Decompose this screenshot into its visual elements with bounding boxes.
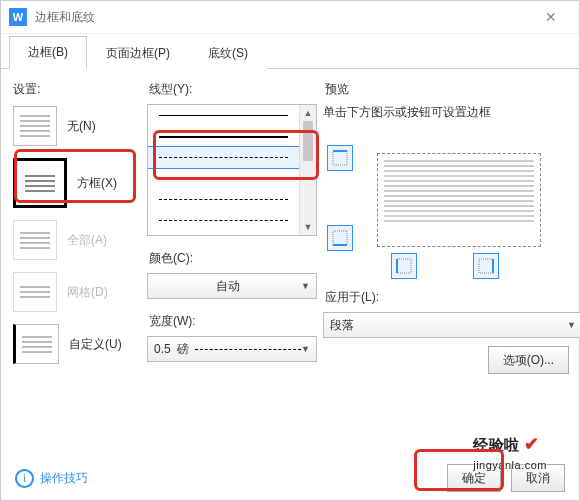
tab-shading[interactable]: 底纹(S) (189, 37, 267, 69)
svg-rect-4 (397, 259, 411, 273)
scroll-up-icon[interactable]: ▲ (300, 105, 316, 121)
info-icon: i (15, 469, 34, 488)
line-solid[interactable] (148, 105, 299, 126)
close-icon[interactable]: ✕ (531, 9, 571, 25)
line-long-dash[interactable] (148, 210, 299, 231)
setting-none-icon (13, 106, 57, 146)
setting-all-icon (13, 220, 57, 260)
window-title: 边框和底纹 (35, 9, 531, 26)
setting-all[interactable]: 全部(A) (13, 220, 139, 260)
dialog-body: 设置: 无(N) 方框(X) (1, 69, 579, 456)
setting-none-label: 无(N) (67, 118, 96, 135)
preview-right-border-button[interactable] (473, 253, 499, 279)
line-type-list: ▲ ▼ (147, 104, 317, 236)
setting-custom-icon (13, 324, 59, 364)
color-label: 颜色(C): (149, 250, 317, 267)
dialog-window: W 边框和底纹 ✕ 边框(B) 页面边框(P) 底纹(S) 设置: 无(N) (0, 0, 580, 501)
preview-paragraph[interactable] (377, 153, 541, 247)
tab-page-border[interactable]: 页面边框(P) (87, 37, 189, 69)
help-link[interactable]: i 操作技巧 (15, 469, 88, 488)
preview-top-border-button[interactable] (327, 145, 353, 171)
setting-box[interactable]: 方框(X) (13, 158, 139, 208)
line-type-scrollbar[interactable]: ▲ ▼ (299, 105, 316, 235)
settings-list: 无(N) 方框(X) 全部(A) (11, 104, 141, 366)
options-button[interactable]: 选项(O)... (488, 346, 569, 374)
width-unit: 磅 (177, 341, 189, 358)
ok-button[interactable]: 确定 (447, 464, 501, 492)
apply-to-value: 段落 (330, 317, 354, 334)
apply-to-label: 应用于(L): (325, 289, 569, 306)
line-dash[interactable] (148, 189, 299, 210)
setting-grid-label: 网格(D) (67, 284, 108, 301)
line-dotted[interactable] (148, 168, 299, 189)
preview-left-border-button[interactable] (391, 253, 417, 279)
line-type-options (148, 105, 299, 235)
setting-grid[interactable]: 网格(D) (13, 272, 139, 312)
setting-custom[interactable]: 自定义(U) (13, 324, 139, 364)
right-column: 预览 单击下方图示或按钮可设置边框 应用于(L): (323, 79, 569, 452)
setting-box-icon (13, 158, 67, 208)
preview-label: 预览 (325, 81, 569, 98)
color-select[interactable]: 自动 ▼ (147, 273, 317, 299)
chevron-down-icon: ▼ (301, 281, 310, 291)
width-preview-line (195, 349, 301, 350)
apply-to-select[interactable]: 段落 ▼ (323, 312, 580, 338)
line-type-label: 线型(Y): (149, 81, 317, 98)
preview-area (323, 131, 569, 271)
color-value: 自动 (154, 278, 301, 295)
line-thick[interactable] (148, 126, 299, 147)
cancel-button[interactable]: 取消 (511, 464, 565, 492)
title-bar: W 边框和底纹 ✕ (1, 1, 579, 34)
settings-column: 设置: 无(N) 方框(X) (11, 79, 141, 452)
app-icon: W (9, 8, 27, 26)
svg-rect-0 (333, 151, 347, 165)
setting-all-label: 全部(A) (67, 232, 107, 249)
line-fine-dash[interactable] (148, 147, 299, 168)
preview-hint: 单击下方图示或按钮可设置边框 (323, 104, 569, 121)
svg-rect-2 (333, 231, 347, 245)
settings-label: 设置: (13, 81, 141, 98)
preview-bottom-border-button[interactable] (327, 225, 353, 251)
middle-column: 线型(Y): ▲ ▼ 颜色(C): 自动 (147, 79, 317, 452)
tab-bar: 边框(B) 页面边框(P) 底纹(S) (1, 34, 579, 69)
svg-rect-6 (479, 259, 493, 273)
chevron-down-icon: ▼ (301, 344, 310, 354)
width-label: 宽度(W): (149, 313, 317, 330)
setting-custom-label: 自定义(U) (69, 336, 122, 353)
tab-border[interactable]: 边框(B) (9, 36, 87, 69)
chevron-down-icon: ▼ (567, 320, 576, 330)
setting-none[interactable]: 无(N) (13, 106, 139, 146)
help-link-label: 操作技巧 (40, 470, 88, 487)
scroll-down-icon[interactable]: ▼ (300, 219, 316, 235)
scroll-thumb[interactable] (303, 121, 313, 161)
width-select[interactable]: 0.5 磅 ▼ (147, 336, 317, 362)
setting-box-label: 方框(X) (77, 175, 117, 192)
width-value: 0.5 (154, 342, 171, 356)
setting-grid-icon (13, 272, 57, 312)
dialog-footer: i 操作技巧 确定 取消 (1, 456, 579, 500)
